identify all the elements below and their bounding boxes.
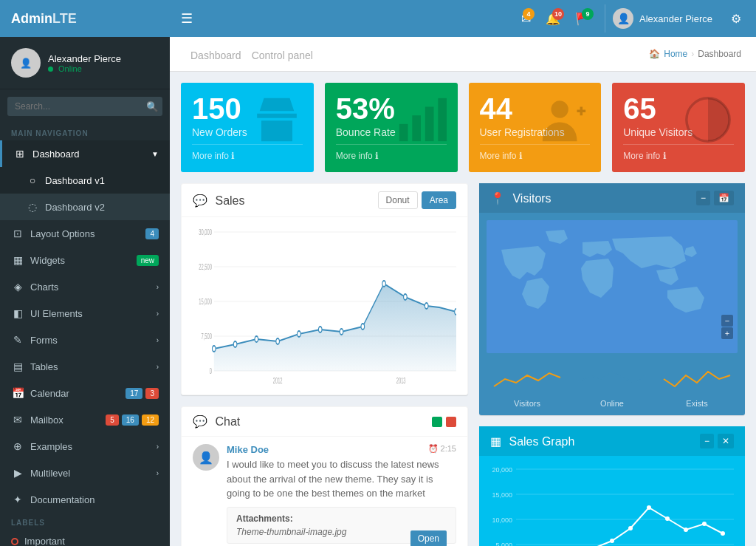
attachment-open-button[interactable]: Open: [410, 530, 447, 547]
user-name-top: Alexander Pierce: [639, 13, 712, 24]
chat-red-btn[interactable]: [446, 417, 456, 427]
svg-text:2013: 2013: [396, 377, 406, 385]
svg-text:30,000: 30,000: [199, 228, 212, 236]
sales-graph-tools: − ✕: [700, 434, 734, 448]
right-column: 📍 Visitors − 📅: [479, 183, 745, 546]
svg-text:5,000: 5,000: [495, 542, 512, 546]
left-column: 💬 Sales Donut Area: [181, 183, 468, 546]
main-content: Dashboard Control panel 🏠 Home › Dashboa…: [170, 37, 756, 546]
sidebar-item-dashboard-v1[interactable]: ○ Dashboard v1: [0, 167, 170, 194]
user-menu[interactable]: 👤 Alexander Pierce: [605, 4, 720, 33]
user-panel: 👤 Alexander Pierce Online: [0, 37, 170, 89]
mailbox-badge1: 5: [106, 414, 119, 426]
multilevel-label: Multilevel: [30, 468, 157, 479]
messages-button[interactable]: ✉ 4: [518, 8, 535, 30]
notifications-button[interactable]: 🔔 10: [542, 8, 564, 30]
sidebar-item-layout-options[interactable]: ⊡ Layout Options 4: [0, 220, 170, 247]
content-area: 150 New Orders More info ℹ 53% Bounce Ra…: [170, 72, 756, 546]
forms-label: Forms: [30, 335, 157, 346]
svg-point-55: [647, 505, 651, 510]
info-boxes: 150 New Orders More info ℹ 53% Bounce Ra…: [181, 83, 745, 172]
svg-point-24: [318, 327, 322, 332]
svg-point-57: [684, 528, 688, 532]
nav-right: ✉ 4 🔔 10 🚩 9 👤 Alexander Pierce ⚙: [518, 4, 745, 33]
chat-box-header: 💬 Chat: [182, 407, 467, 437]
world-map: + −: [487, 220, 738, 353]
sales-chart-container: 30,000 22,500 15,000 7,500 0 2012 2013: [182, 217, 467, 395]
chat-title: 💬 Chat: [193, 414, 240, 429]
sidebar-item-calendar[interactable]: 📅 Calendar 17 3: [0, 380, 170, 406]
multilevel-icon: ▶: [11, 467, 24, 479]
dashboard-submenu: ○ Dashboard v1 ◌ Dashboard v2: [0, 167, 170, 220]
sales-graph-title: ▦ Sales Graph: [490, 434, 574, 448]
unique-visitors-icon: [682, 94, 734, 156]
tab-donut[interactable]: Donut: [378, 191, 418, 209]
tables-label: Tables: [30, 361, 157, 372]
svg-rect-1: [412, 115, 421, 141]
svg-text:22,500: 22,500: [199, 263, 212, 271]
sidebar-item-mailbox[interactable]: ✉ Mailbox 5 16 12: [0, 406, 170, 433]
sales-graph-minimize-button[interactable]: −: [700, 434, 714, 448]
visitors-calendar-button[interactable]: 📅: [714, 191, 734, 205]
ui-icon: ◧: [11, 307, 24, 319]
sidebar-item-documentation[interactable]: ✦ Documentation: [0, 486, 170, 513]
svg-marker-18: [214, 284, 456, 371]
sales-graph-close-button[interactable]: ✕: [718, 434, 734, 448]
svg-point-58: [702, 522, 707, 526]
mini-chart-online: Online: [571, 364, 653, 408]
search-button[interactable]: 🔍: [146, 101, 159, 112]
sidebar-item-examples[interactable]: ⊕ Examples ›: [0, 433, 170, 460]
forms-icon: ✎: [11, 334, 24, 346]
widgets-icon: ▦: [11, 254, 24, 266]
sidebar-item-tables[interactable]: ▤ Tables ›: [0, 353, 170, 380]
docs-label: Documentation: [30, 494, 159, 505]
svg-point-21: [255, 336, 258, 342]
sales-box: 💬 Sales Donut Area: [181, 183, 468, 395]
sidebar-item-forms[interactable]: ✎ Forms ›: [0, 327, 170, 353]
tables-arrow: ›: [157, 363, 159, 371]
chat-header-tools: [432, 417, 456, 427]
tasks-button[interactable]: 🚩 9: [571, 8, 594, 30]
svg-point-4: [551, 100, 568, 117]
chat-text-1: I would like to meet you to discuss the …: [227, 457, 456, 501]
sidebar-item-charts[interactable]: ◈ Charts ›: [0, 273, 170, 300]
calendar-badge1: 17: [126, 388, 142, 399]
sidebar-item-dashboard[interactable]: ⊞ Dashboard ▼: [0, 140, 170, 167]
hamburger-menu[interactable]: ☰: [181, 10, 193, 27]
mini-charts: Visitors Online: [479, 361, 745, 415]
svg-point-29: [425, 303, 428, 309]
location-icon: 📍: [490, 192, 505, 205]
search-input[interactable]: [7, 97, 162, 116]
sidebar-item-ui-elements[interactable]: ◧ UI Elements ›: [0, 300, 170, 327]
nav-section-label: MAIN NAVIGATION: [0, 123, 170, 140]
svg-text:7,500: 7,500: [202, 332, 213, 341]
calendar-label: Calendar: [30, 388, 123, 399]
svg-rect-0: [399, 124, 408, 141]
attachment-file: Theme-thumbnail-image.jpg: [236, 527, 346, 537]
sidebar-item-multilevel[interactable]: ▶ Multilevel ›: [0, 460, 170, 486]
widgets-badge: new: [137, 255, 159, 266]
tab-area[interactable]: Area: [422, 191, 456, 209]
sidebar-item-widgets[interactable]: ▦ Widgets new: [0, 247, 170, 273]
breadcrumb-home[interactable]: Home: [664, 49, 687, 59]
grid-icon: ▦: [490, 435, 501, 448]
label-item-important[interactable]: Important: [0, 530, 170, 546]
svg-point-25: [340, 329, 343, 335]
sidebar-search: 🔍: [0, 89, 170, 123]
sales-title: 💬 Sales: [193, 194, 244, 208]
sales-tabs: Donut Area: [378, 191, 456, 209]
svg-text:+: +: [725, 329, 729, 338]
logo: AdminLTE: [11, 11, 181, 27]
dashboard-label: Dashboard: [32, 149, 151, 160]
share-button[interactable]: ⚙: [727, 8, 745, 30]
top-nav: AdminLTE ☰ ✉ 4 🔔 10 🚩 9 👤 Alexander Pier…: [0, 0, 756, 37]
messages-badge: 4: [523, 8, 535, 20]
sales-graph-chart: 20,000 15,000 10,000 5,000 0 2012 2013: [479, 456, 745, 546]
visitors-minimize-button[interactable]: −: [696, 191, 710, 205]
sidebar-item-dashboard-v2[interactable]: ◌ Dashboard v2: [0, 194, 170, 220]
svg-point-26: [361, 324, 365, 330]
sales-chart-svg: 30,000 22,500 15,000 7,500 0 2012 2013: [193, 225, 456, 387]
chat-green-btn[interactable]: [432, 417, 442, 427]
breadcrumb-sep: ›: [691, 49, 694, 59]
sales-chart-area: 30,000 22,500 15,000 7,500 0 2012 2013: [193, 225, 456, 387]
